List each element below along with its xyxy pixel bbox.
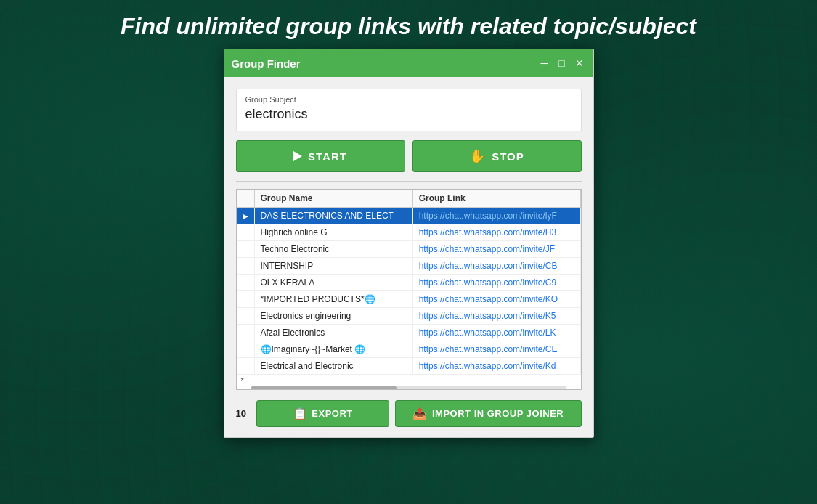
minimize-button[interactable]: ─ bbox=[538, 57, 551, 70]
row-group-link[interactable]: https://chat.whatsapp.com/invite/KO bbox=[412, 291, 580, 308]
row-group-name: Techno Electronic bbox=[254, 241, 412, 258]
row-group-name: *IMPORTED PRODUCTS*🌐 bbox=[254, 291, 412, 308]
window-body: Group Subject START ✋ STOP bbox=[224, 77, 593, 437]
row-arrow-cell bbox=[237, 308, 255, 325]
group-link-anchor[interactable]: https://chat.whatsapp.com/invite/KO bbox=[419, 294, 558, 304]
row-group-name: INTERNSHIP bbox=[254, 258, 412, 275]
row-group-link[interactable]: https://chat.whatsapp.com/invite/H3 bbox=[412, 224, 580, 241]
action-buttons: START ✋ STOP bbox=[236, 140, 582, 172]
group-link-anchor[interactable]: https://chat.whatsapp.com/invite/LK bbox=[419, 328, 556, 338]
bottom-bar: 10 📋 EXPORT 📤 IMPORT IN GROUP JOINER bbox=[236, 396, 582, 430]
play-icon bbox=[293, 151, 302, 161]
row-arrow-cell bbox=[237, 224, 255, 241]
export-icon: 📋 bbox=[293, 407, 308, 420]
table-row[interactable]: ▶DAS ELECTRONICS AND ELECThttps://chat.w… bbox=[237, 208, 581, 224]
row-group-name: Electrical and Electronic bbox=[254, 358, 412, 375]
row-group-name: DAS ELECTRONICS AND ELECT bbox=[254, 208, 412, 224]
table-row[interactable]: Highrich online Ghttps://chat.whatsapp.c… bbox=[237, 224, 581, 241]
group-link-anchor[interactable]: https://chat.whatsapp.com/invite/H3 bbox=[419, 227, 556, 237]
results-table-container: Group Name Group Link ▶DAS ELECTRONICS A… bbox=[236, 189, 582, 390]
group-link-anchor[interactable]: https://chat.whatsapp.com/invite/C9 bbox=[419, 277, 556, 288]
close-button[interactable]: ✕ bbox=[573, 57, 586, 70]
group-link-anchor[interactable]: https://chat.whatsapp.com/invite/CB bbox=[419, 261, 558, 271]
row-group-link[interactable]: https://chat.whatsapp.com/invite/K5 bbox=[412, 308, 580, 325]
row-group-link[interactable]: https://chat.whatsapp.com/invite/CB bbox=[412, 258, 580, 275]
subject-label: Group Subject bbox=[245, 95, 572, 104]
stop-label: STOP bbox=[492, 150, 524, 163]
import-button[interactable]: 📤 IMPORT IN GROUP JOINER bbox=[395, 400, 581, 427]
row-group-link[interactable]: https://chat.whatsapp.com/invite/Kd bbox=[412, 358, 580, 375]
maximize-button[interactable]: □ bbox=[556, 57, 569, 70]
start-label: START bbox=[308, 150, 347, 163]
page-title: Find unlimited group links with related … bbox=[0, 0, 817, 49]
row-group-name: Afzal Electronics bbox=[254, 325, 412, 341]
new-row-indicator: * bbox=[241, 376, 244, 385]
row-group-link[interactable]: https://chat.whatsapp.com/invite/C9 bbox=[412, 275, 580, 291]
row-arrow-cell: ▶ bbox=[237, 208, 255, 224]
table-row[interactable]: 🌐Imaginary~{}~Market 🌐https://chat.whats… bbox=[237, 341, 581, 358]
table-row[interactable]: Afzal Electronicshttps://chat.whatsapp.c… bbox=[237, 325, 581, 341]
subject-input[interactable] bbox=[245, 107, 572, 122]
row-group-name: OLX KERALA bbox=[254, 275, 412, 291]
group-link-anchor[interactable]: https://chat.whatsapp.com/invite/JF bbox=[419, 244, 555, 254]
table-row[interactable]: Techno Electronichttps://chat.whatsapp.c… bbox=[237, 241, 581, 258]
form-group: Group Subject bbox=[236, 89, 582, 131]
group-link-anchor[interactable]: https://chat.whatsapp.com/invite/Kd bbox=[419, 361, 556, 371]
row-arrow-cell bbox=[237, 341, 255, 358]
divider bbox=[236, 181, 582, 182]
row-arrow-cell bbox=[237, 275, 255, 291]
row-group-link[interactable]: https://chat.whatsapp.com/invite/CE bbox=[412, 341, 580, 358]
table-wrapper[interactable]: Group Name Group Link ▶DAS ELECTRONICS A… bbox=[237, 190, 581, 375]
export-label: EXPORT bbox=[312, 408, 352, 419]
import-icon: 📤 bbox=[412, 407, 428, 420]
table-row[interactable]: INTERNSHIPhttps://chat.whatsapp.com/invi… bbox=[237, 258, 581, 275]
row-group-name: 🌐Imaginary~{}~Market 🌐 bbox=[254, 341, 412, 358]
col-header-name: Group Name bbox=[254, 190, 412, 208]
window-controls: ─ □ ✕ bbox=[538, 57, 586, 70]
row-arrow-cell bbox=[237, 325, 255, 341]
col-header-link: Group Link bbox=[412, 190, 580, 208]
stop-icon: ✋ bbox=[469, 148, 486, 164]
row-arrow-cell bbox=[237, 291, 255, 308]
app-window: Group Finder ─ □ ✕ Group Subject START ✋… bbox=[224, 49, 594, 438]
window-title: Group Finder bbox=[232, 57, 301, 70]
titlebar: Group Finder ─ □ ✕ bbox=[224, 49, 593, 77]
group-link-anchor[interactable]: https://chat.whatsapp.com/invite/CE bbox=[419, 344, 558, 354]
row-group-link[interactable]: https://chat.whatsapp.com/invite/lyF bbox=[412, 208, 580, 224]
export-button[interactable]: 📋 EXPORT bbox=[256, 400, 390, 427]
row-group-name: Highrich online G bbox=[254, 224, 412, 241]
scrollbar[interactable] bbox=[251, 386, 566, 389]
row-group-name: Electronics engineering bbox=[254, 308, 412, 325]
group-link-anchor[interactable]: https://chat.whatsapp.com/invite/lyF bbox=[419, 211, 557, 221]
row-group-link[interactable]: https://chat.whatsapp.com/invite/LK bbox=[412, 325, 580, 341]
row-count: 10 bbox=[236, 408, 251, 419]
start-button[interactable]: START bbox=[236, 140, 405, 172]
col-header-arrow bbox=[237, 190, 255, 208]
stop-button[interactable]: ✋ STOP bbox=[412, 140, 582, 172]
table-row[interactable]: Electronics engineeringhttps://chat.what… bbox=[237, 308, 581, 325]
group-link-anchor[interactable]: https://chat.whatsapp.com/invite/K5 bbox=[419, 311, 556, 321]
row-arrow-cell bbox=[237, 358, 255, 375]
row-arrow-cell bbox=[237, 241, 255, 258]
table-row[interactable]: *IMPORTED PRODUCTS*🌐https://chat.whatsap… bbox=[237, 291, 581, 308]
import-label: IMPORT IN GROUP JOINER bbox=[432, 408, 564, 419]
results-table: Group Name Group Link ▶DAS ELECTRONICS A… bbox=[237, 190, 581, 375]
row-group-link[interactable]: https://chat.whatsapp.com/invite/JF bbox=[412, 241, 580, 258]
row-arrow-cell bbox=[237, 258, 255, 275]
table-row[interactable]: OLX KERALAhttps://chat.whatsapp.com/invi… bbox=[237, 275, 581, 291]
table-row[interactable]: Electrical and Electronichttps://chat.wh… bbox=[237, 358, 581, 375]
